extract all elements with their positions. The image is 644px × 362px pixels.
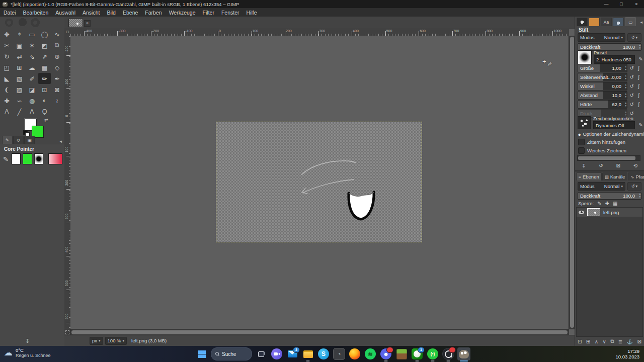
search-box[interactable]: Suche: [211, 347, 252, 360]
spinner-icons[interactable]: ▴▾: [639, 193, 640, 198]
dynamics-curve-icon[interactable]: ʃ: [636, 83, 641, 89]
taskbar-obs[interactable]: [442, 347, 455, 360]
visibility-eye-icon[interactable]: [579, 211, 584, 214]
device-brush-preview[interactable]: [34, 153, 43, 164]
taskbar-weather-widget[interactable]: ☁ 0°C Regen u. Schnee: [4, 347, 51, 358]
start-button[interactable]: [195, 347, 208, 360]
taskbar-task-view[interactable]: [255, 347, 268, 360]
save-preset-button[interactable]: ↧: [582, 163, 586, 168]
lock-pixels-toggle[interactable]: ✎: [597, 201, 601, 206]
lock-position-toggle[interactable]: ✚: [605, 201, 609, 206]
image-tab-close-icon[interactable]: ×: [84, 20, 91, 27]
reset-icon[interactable]: ↺: [629, 93, 634, 98]
tool-ink[interactable]: ✒: [51, 73, 63, 84]
tool-warp-transform[interactable]: ☁: [26, 62, 38, 73]
dynamics-name-field[interactable]: Dynamics Off: [593, 121, 635, 129]
menu-bild[interactable]: Bild: [103, 9, 119, 16]
tool-scissors-select[interactable]: ✂: [1, 40, 13, 51]
menu-hilfe[interactable]: Hilfe: [243, 9, 261, 16]
collapse-dock-icon[interactable]: ◂: [59, 139, 62, 144]
dock-tab-brushes[interactable]: [577, 18, 588, 26]
lower-layer-button[interactable]: ∨: [602, 339, 606, 344]
tab-device-status[interactable]: ✎: [2, 136, 13, 144]
taskbar-skype[interactable]: S: [317, 347, 330, 360]
merge-layer-button[interactable]: ≣: [618, 339, 622, 344]
edit-brush-icon[interactable]: ✎: [639, 56, 643, 62]
reset-icon[interactable]: ↺: [629, 74, 634, 80]
menu-ebene[interactable]: Ebene: [119, 9, 141, 16]
save-device-status-button[interactable]: ↧: [25, 338, 30, 344]
taskbar-gimp[interactable]: [457, 347, 470, 360]
menu-auswahl[interactable]: Auswahl: [52, 9, 79, 16]
reset-icon[interactable]: ↺: [629, 65, 634, 71]
menu-datei[interactable]: Datei: [0, 9, 20, 16]
vertical-scrollbar-thumb[interactable]: [570, 37, 574, 328]
tool-text[interactable]: A: [1, 106, 13, 117]
unit-select[interactable]: px ▾: [90, 337, 103, 345]
raise-layer-button[interactable]: ∧: [595, 339, 598, 344]
menu-farben[interactable]: Farben: [141, 9, 165, 16]
taskbar-explorer[interactable]: [301, 347, 314, 360]
reset-icon[interactable]: ↺: [629, 102, 634, 107]
dynamics-curve-icon[interactable]: ʃ: [636, 93, 641, 98]
duplicate-layer-button[interactable]: ⧉: [610, 338, 614, 344]
tab-pfade[interactable]: ∿Pfade: [628, 172, 644, 180]
spinner-icons[interactable]: ▴▾: [625, 101, 626, 107]
maximize-button[interactable]: □: [614, 0, 629, 8]
zoom-select[interactable]: 100 % ▾: [105, 337, 127, 345]
tool-rotate[interactable]: ↻: [1, 51, 13, 62]
tool-unified-transform[interactable]: ◰: [1, 62, 13, 73]
taskbar-minecraft[interactable]: [395, 347, 408, 360]
dynamics-curve-icon[interactable]: ʃ: [636, 65, 641, 71]
spinner-icons[interactable]: ▴▾: [625, 83, 626, 89]
checkbox[interactable]: [578, 147, 585, 154]
tool-paintbrush[interactable]: ✐: [26, 73, 38, 84]
tool-color-picker[interactable]: ╱: [13, 106, 26, 117]
horizontal-scrollbar-thumb[interactable]: [71, 330, 568, 334]
device-background-swatch[interactable]: [23, 153, 32, 164]
tab-undo-history[interactable]: ↺: [13, 136, 24, 144]
image-viewport[interactable]: + ✎: [70, 36, 569, 329]
tab-images[interactable]: ▣: [24, 136, 35, 144]
slider-abstand[interactable]: Abstand10,0▴▾: [578, 91, 627, 100]
delete-preset-button[interactable]: ⊠: [616, 163, 620, 168]
close-button[interactable]: ×: [629, 0, 644, 8]
tool-zoom[interactable]: Ϙ: [38, 106, 51, 117]
brush-preview[interactable]: [578, 50, 592, 64]
spinner-icons[interactable]: ▴▾: [625, 92, 626, 98]
dock-tab-fonts[interactable]: Aa: [601, 18, 612, 26]
tool-perspective-clone[interactable]: ⊠: [51, 84, 63, 95]
tool-airbrush[interactable]: ▨: [13, 84, 26, 95]
spinner-icons[interactable]: ▴▾: [625, 65, 626, 71]
tool-options-scrollbar[interactable]: [577, 155, 640, 161]
taskbar-xbox[interactable]: 1: [411, 347, 424, 360]
tool-shear[interactable]: ⇗: [38, 51, 51, 62]
menu-bearbeiten[interactable]: Bearbeiten: [20, 9, 52, 16]
collapse-dock-icon[interactable]: ◂: [640, 20, 642, 26]
tab-kanäle[interactable]: ▤Kanäle: [602, 172, 628, 180]
lock-alpha-toggle[interactable]: ▦: [613, 201, 617, 206]
tool-align[interactable]: ⌖: [13, 29, 26, 40]
taskbar-clock[interactable]: 17:29 10.03.2023: [615, 348, 639, 359]
tool-perspective[interactable]: ⊕: [51, 51, 63, 62]
dock-tab-tool-options[interactable]: ▭: [625, 17, 636, 26]
new-group-button[interactable]: ⊞: [586, 339, 590, 344]
slider-größe[interactable]: Größe1,00▴▾: [578, 64, 627, 72]
tool-eraser[interactable]: ◪: [26, 84, 38, 95]
mode-reset-button[interactable]: ↺ ▾: [627, 33, 641, 42]
image-tab[interactable]: [68, 19, 83, 27]
menu-fenster[interactable]: Fenster: [218, 9, 243, 16]
menu-werkzeuge[interactable]: Werkzeuge: [166, 9, 199, 16]
tool-measure[interactable]: Λ: [26, 106, 38, 117]
tool-pencil[interactable]: ✏: [38, 73, 51, 84]
restore-preset-button[interactable]: ↺: [599, 163, 603, 168]
reset-icon[interactable]: ↺: [629, 83, 634, 89]
taskbar-chat[interactable]: [270, 347, 283, 360]
slider-härte[interactable]: Härte62,0▴▾: [578, 100, 627, 109]
minimize-button[interactable]: —: [599, 0, 614, 8]
opacity-slider[interactable]: Deckkraft 100,0 ▴▾: [578, 43, 641, 51]
tool-scale[interactable]: ⇘: [26, 51, 38, 62]
tool-handle-transform[interactable]: ⊞: [13, 62, 26, 73]
taskbar-alarms[interactable]: ◔: [333, 347, 346, 360]
device-foreground-swatch[interactable]: [12, 153, 21, 164]
